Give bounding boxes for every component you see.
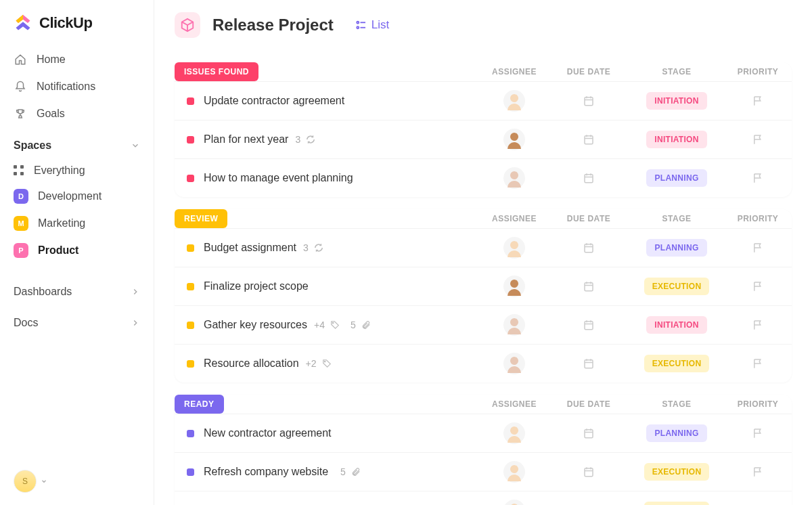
space-development[interactable]: DDevelopment <box>0 183 154 210</box>
svg-rect-44 <box>585 360 593 368</box>
status-badge[interactable]: REVIEW <box>175 209 227 228</box>
svg-rect-24 <box>585 244 593 252</box>
status-square[interactable] <box>187 244 194 252</box>
chevron-right-icon <box>131 287 140 297</box>
priority-cell[interactable] <box>724 427 792 439</box>
assignee-cell[interactable] <box>480 276 548 297</box>
status-square[interactable] <box>187 468 194 476</box>
status-square[interactable] <box>187 430 194 437</box>
space-label: Marketing <box>38 217 85 229</box>
stage-cell[interactable]: EXECUTION <box>629 355 724 372</box>
section-label: Dashboards <box>14 286 72 298</box>
stage-pill: EXECUTION <box>644 463 710 481</box>
cube-icon <box>180 18 195 32</box>
stage-cell[interactable]: INITIATION <box>629 316 724 334</box>
due-date-cell[interactable] <box>548 95 629 107</box>
task-title: Finalize project scope <box>204 280 309 292</box>
task-title: Resource allocation <box>204 357 299 370</box>
due-date-cell[interactable] <box>548 466 629 478</box>
status-square[interactable] <box>187 360 194 368</box>
space-everything[interactable]: Everything <box>0 158 154 183</box>
space-badge: P <box>14 243 28 258</box>
stage-cell[interactable]: EXECUTION <box>629 502 724 505</box>
task-title: Refresh company website <box>204 466 328 478</box>
due-date-cell[interactable] <box>548 427 629 439</box>
svg-rect-56 <box>585 468 593 477</box>
status-square[interactable] <box>187 97 194 105</box>
status-square[interactable] <box>187 175 194 182</box>
priority-cell[interactable] <box>724 95 792 107</box>
home-icon <box>14 53 27 66</box>
status-square[interactable] <box>187 283 194 290</box>
status-square[interactable] <box>187 322 194 329</box>
due-date-cell[interactable] <box>548 319 629 331</box>
user-menu[interactable]: S <box>14 470 47 493</box>
col-assignee: ASSIGNEE <box>480 399 548 409</box>
task-title: Budget assignment <box>204 242 296 254</box>
svg-rect-18 <box>585 175 593 183</box>
section-docs[interactable]: Docs <box>0 307 154 338</box>
due-date-cell[interactable] <box>548 133 629 146</box>
calendar-icon <box>583 319 595 331</box>
priority-cell[interactable] <box>724 357 792 370</box>
stage-cell[interactable]: EXECUTION <box>629 278 724 295</box>
assignee-cell[interactable] <box>480 353 548 374</box>
task-row[interactable]: Budget assignment3PLANNING <box>175 228 792 267</box>
view-tab-list[interactable]: List <box>346 18 389 32</box>
due-date-cell[interactable] <box>548 172 629 184</box>
stage-cell[interactable]: INITIATION <box>629 92 724 110</box>
logo[interactable]: ClickUp <box>0 14 154 46</box>
assignee-cell[interactable] <box>480 237 548 259</box>
stage-cell[interactable]: INITIATION <box>629 131 724 148</box>
stage-pill: EXECUTION <box>644 355 710 372</box>
subtask-count: 3 <box>303 242 309 253</box>
task-row[interactable]: New contractor agreementPLANNING <box>175 414 792 452</box>
due-date-cell[interactable] <box>548 357 629 370</box>
nav-notifications[interactable]: Notifications <box>0 73 154 100</box>
task-row[interactable]: Plan for next year3INITIATION <box>175 120 792 158</box>
stage-cell[interactable]: PLANNING <box>629 424 724 442</box>
priority-cell[interactable] <box>724 133 792 146</box>
task-row[interactable]: Gather key resources+45INITIATION <box>175 305 792 344</box>
assignee-cell[interactable] <box>480 129 548 150</box>
status-badge[interactable]: READY <box>175 395 224 414</box>
space-product[interactable]: PProduct <box>0 237 154 264</box>
stage-pill: EXECUTION <box>644 278 710 295</box>
task-row[interactable]: How to manage event planningPLANNING <box>175 158 792 197</box>
priority-cell[interactable] <box>724 172 792 184</box>
space-marketing[interactable]: MMarketing <box>0 210 154 237</box>
stage-cell[interactable]: EXECUTION <box>629 463 724 481</box>
task-row[interactable]: Update key objectives5EXECUTION <box>175 491 792 505</box>
tag-count: +2 <box>306 358 317 369</box>
assignee-cell[interactable] <box>480 314 548 336</box>
task-row[interactable]: Resource allocation+2EXECUTION <box>175 344 792 382</box>
assignee-cell[interactable] <box>480 167 548 189</box>
priority-cell[interactable] <box>724 280 792 292</box>
task-row[interactable]: Refresh company website5EXECUTION <box>175 452 792 491</box>
spaces-header[interactable]: Spaces <box>0 127 154 158</box>
priority-cell[interactable] <box>724 466 792 478</box>
assignee-cell[interactable] <box>480 422 548 444</box>
task-row[interactable]: Update contractor agreementINITIATION <box>175 81 792 120</box>
status-badge[interactable]: ISSUES FOUND <box>175 62 258 81</box>
calendar-icon <box>583 95 595 107</box>
stage-cell[interactable]: PLANNING <box>629 169 724 187</box>
group-header: READYASSIGNEEDUE DATESTAGEPRIORITY <box>175 395 792 414</box>
stage-cell[interactable]: PLANNING <box>629 239 724 257</box>
nav-goals[interactable]: Goals <box>0 100 154 127</box>
section-dashboards[interactable]: Dashboards <box>0 276 154 307</box>
task-row[interactable]: Finalize project scopeEXECUTION <box>175 267 792 305</box>
assignee-cell[interactable] <box>480 90 548 112</box>
subtask-count: 3 <box>295 134 300 145</box>
due-date-cell[interactable] <box>548 280 629 292</box>
priority-cell[interactable] <box>724 242 792 254</box>
priority-cell[interactable] <box>724 319 792 331</box>
trophy-icon <box>14 107 27 120</box>
assignee-cell[interactable] <box>480 461 548 483</box>
nav-home[interactable]: Home <box>0 46 154 73</box>
calendar-icon <box>583 242 595 254</box>
due-date-cell[interactable] <box>548 242 629 254</box>
status-square[interactable] <box>187 136 194 144</box>
assignee-cell[interactable] <box>480 500 548 505</box>
flag-icon <box>752 357 764 370</box>
